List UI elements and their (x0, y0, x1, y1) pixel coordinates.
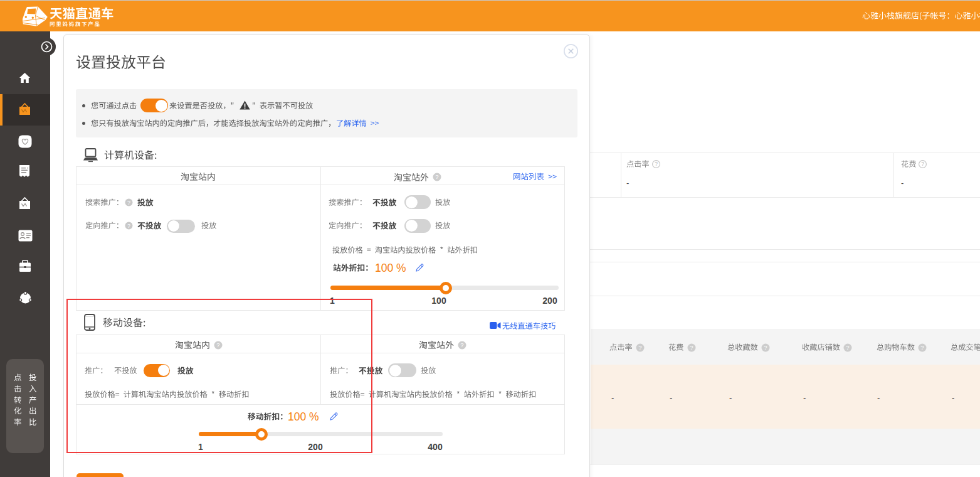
svg-text:?: ? (638, 344, 641, 351)
svg-text:?: ? (655, 161, 658, 167)
svg-text:?: ? (690, 344, 693, 351)
svg-text:?: ? (127, 223, 130, 229)
svg-text:?: ? (921, 161, 924, 167)
svg-text:?: ? (846, 344, 849, 351)
svg-text:?: ? (920, 344, 924, 351)
svg-text:?: ? (460, 341, 463, 348)
svg-text:?: ? (764, 344, 767, 351)
svg-text:?: ? (435, 173, 438, 180)
svg-text:?: ? (127, 199, 130, 205)
